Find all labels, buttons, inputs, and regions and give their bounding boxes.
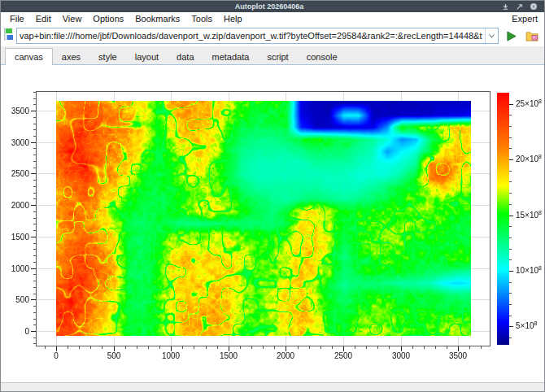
tab-script[interactable]: script (258, 49, 297, 64)
go-plot-button[interactable] (502, 27, 520, 45)
x-minor-tick (90, 346, 91, 349)
uri-input[interactable] (17, 28, 485, 43)
colorbar-minor-tick (509, 181, 512, 182)
x-tick-label: 2500 (327, 351, 360, 360)
menu-help[interactable]: Help (218, 13, 248, 24)
y-minor-tick (33, 98, 36, 99)
menu-bookmarks[interactable]: Bookmarks (129, 13, 185, 24)
x-minor-tick (377, 346, 378, 349)
y-minor-tick (33, 281, 36, 281)
y-minor-tick (33, 180, 36, 181)
x-tick-label: 1000 (155, 351, 187, 360)
x-minor-tick (45, 346, 46, 349)
menu-file[interactable]: File (4, 13, 30, 24)
uri-dropdown-button[interactable] (485, 28, 498, 43)
tab-bar: canvas axes style layout data metadata s… (1, 46, 544, 65)
x-minor-tick (447, 346, 447, 349)
open-file-button[interactable] (523, 27, 541, 45)
colorbar-minor-tick (509, 126, 512, 127)
colorbar-minor-tick (509, 226, 512, 227)
x-tick-label: 3500 (442, 351, 474, 360)
colorbar-major-tick (509, 159, 513, 160)
colorbar-minor-tick (509, 204, 512, 205)
x-minor-tick (469, 346, 470, 349)
uri-combo-box (16, 28, 499, 44)
x-minor-tick (424, 346, 425, 349)
x-minor-tick (389, 346, 390, 349)
menu-options[interactable]: Options (87, 13, 129, 24)
x-minor-tick (79, 346, 80, 349)
y-major-tick (31, 331, 36, 332)
y-minor-tick (33, 186, 36, 187)
colorbar-minor-tick (509, 259, 512, 260)
y-minor-tick (33, 324, 36, 325)
y-tick-label: 2000 (2, 201, 29, 210)
y-tick-label: 2500 (2, 169, 29, 178)
menu-edit[interactable]: Edit (30, 13, 57, 24)
y-minor-tick (33, 148, 36, 149)
y-tick-label: 3500 (2, 107, 29, 115)
colorbar-tick-label: 5×108 (516, 321, 537, 331)
tab-canvas[interactable]: canvas (5, 48, 53, 65)
y-minor-tick (33, 198, 36, 199)
colorbar-tick-label: 10×108 (516, 266, 542, 276)
y-minor-tick (33, 243, 36, 244)
x-minor-tick (355, 346, 355, 349)
colorbar-minor-tick (509, 237, 512, 238)
x-minor-tick (137, 346, 137, 349)
x-minor-tick (309, 346, 310, 349)
y-minor-tick (33, 338, 36, 338)
x-minor-tick (332, 346, 333, 349)
tab-style[interactable]: style (89, 49, 126, 64)
restore-icon[interactable] (516, 3, 523, 11)
colorbar-major-tick (509, 271, 513, 272)
colorbar-tick-label: 25×108 (516, 99, 542, 109)
y-minor-tick (33, 193, 36, 194)
y-major-tick (31, 142, 36, 143)
y-tick-label: 3000 (2, 138, 29, 147)
tab-data[interactable]: data (168, 49, 203, 64)
x-minor-tick (481, 346, 482, 349)
y-minor-tick (33, 274, 36, 275)
y-minor-tick (33, 129, 36, 130)
status-bar (1, 382, 544, 392)
colorbar-minor-tick (509, 249, 512, 250)
minimize-icon[interactable] (502, 3, 509, 11)
y-minor-tick (33, 249, 36, 250)
y-minor-tick (33, 255, 36, 256)
y-minor-tick (33, 136, 36, 137)
colorbar-minor-tick (509, 293, 512, 294)
tab-console[interactable]: console (298, 49, 347, 64)
colorbar-minor-tick (509, 304, 512, 305)
y-major-tick (31, 111, 36, 111)
x-tick-label: 0 (40, 351, 72, 360)
x-minor-tick (412, 346, 413, 349)
x-minor-tick (298, 346, 299, 349)
title-bar[interactable]: Autoplot 20260406a (1, 1, 544, 12)
close-icon[interactable] (530, 2, 538, 11)
menu-view[interactable]: View (57, 13, 88, 24)
y-minor-tick (33, 104, 36, 105)
y-tick-label: 1500 (2, 233, 29, 242)
y-minor-tick (33, 92, 36, 93)
autoplot-window: Autoplot 20260406a File Edit View Option… (0, 0, 545, 392)
y-minor-tick (33, 343, 36, 344)
tab-metadata[interactable]: metadata (203, 49, 259, 64)
menu-tools[interactable]: Tools (185, 13, 218, 24)
y-tick-label: 500 (2, 295, 29, 304)
colorbar-minor-tick (509, 193, 512, 194)
tab-axes[interactable]: axes (53, 49, 89, 64)
x-minor-tick (435, 346, 436, 349)
plot-type-icon (4, 28, 13, 44)
x-minor-tick (148, 346, 149, 349)
x-minor-tick (125, 346, 126, 349)
expert-mode-label[interactable]: Expert (512, 14, 541, 24)
x-minor-tick (159, 346, 160, 349)
tab-layout[interactable]: layout (126, 49, 168, 64)
colorbar[interactable] (497, 93, 509, 345)
y-minor-tick (33, 230, 36, 231)
heatmap-canvas[interactable] (56, 101, 471, 336)
colorbar-tick-label: 20×108 (516, 155, 542, 164)
y-major-tick (31, 237, 36, 237)
x-minor-tick (194, 346, 194, 349)
